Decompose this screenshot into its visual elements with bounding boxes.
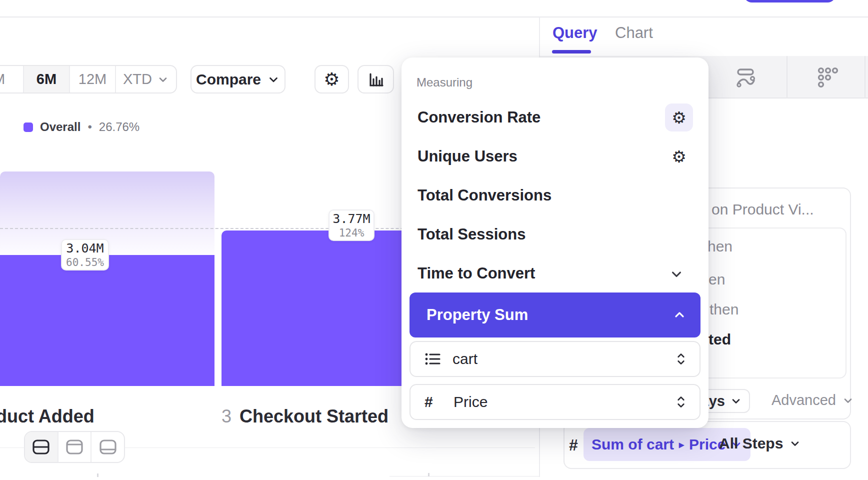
unique-users-settings-button[interactable]: ⚙ xyxy=(665,142,693,170)
time-range-m-label: M xyxy=(0,71,5,88)
layout-header-top-icon xyxy=(66,439,84,455)
numeric-field-value: Price xyxy=(454,394,664,410)
menu-item-unique-users[interactable]: Unique Users xyxy=(402,139,708,174)
funnel-trends-button[interactable] xyxy=(734,66,758,90)
tab-chart[interactable]: Chart xyxy=(615,24,653,42)
gear-icon: ⚙ xyxy=(324,70,340,88)
layout-split-middle-icon xyxy=(32,439,50,455)
funnel-percent: 124% xyxy=(339,227,364,239)
bottom-divider xyxy=(390,476,539,476)
menu-item-label: Total Sessions xyxy=(418,226,526,244)
time-range-m[interactable]: M xyxy=(0,66,23,92)
step-row-fragment: then xyxy=(710,301,738,318)
breakdown-layout-segmented-control xyxy=(24,431,125,463)
compare-button[interactable]: Compare xyxy=(190,65,286,94)
axis-tick xyxy=(428,473,430,476)
gear-icon: ⚙ xyxy=(672,110,686,126)
advanced-label: Advanced xyxy=(772,392,836,408)
step-label-text: duct Added xyxy=(0,406,94,426)
chevron-down-icon xyxy=(730,395,742,407)
property-select-cart[interactable]: cart xyxy=(410,341,700,377)
funnel-value: 3.04M xyxy=(66,241,104,256)
strip-divider xyxy=(786,56,788,98)
chip-arrow-icon: ▸ xyxy=(679,438,684,450)
menu-item-property-sum-selected[interactable]: Property Sum xyxy=(410,292,700,338)
step-label-checkout-started: 3 Checkout Started xyxy=(222,406,388,427)
layout-header-top-button[interactable] xyxy=(58,432,91,462)
menu-item-label: Conversion Rate xyxy=(418,108,540,126)
step-row-fragment: en xyxy=(708,271,725,288)
gear-icon: ⚙ xyxy=(672,148,686,165)
chevron-down-icon xyxy=(157,74,169,86)
header-divider xyxy=(0,16,868,18)
layout-footer-bottom-icon xyxy=(99,439,117,455)
menu-item-time-to-convert[interactable]: Time to Convert xyxy=(402,256,708,291)
step-label-text: Checkout Started xyxy=(240,406,388,427)
chevron-up-icon xyxy=(672,308,686,322)
chevron-down-icon xyxy=(789,438,801,450)
all-steps-label: All Steps xyxy=(719,435,783,452)
funnel-value-card: 3.04M 60.55% xyxy=(61,239,109,270)
funnel-bar-product-added[interactable] xyxy=(0,255,214,386)
conversion-rate-settings-button[interactable]: ⚙ xyxy=(665,104,693,132)
funnel-value-card: 3.77M 124% xyxy=(328,210,374,241)
chevron-down-icon xyxy=(669,266,684,282)
time-range-12m[interactable]: 12M xyxy=(69,66,115,92)
selected-item-label: Property Sum xyxy=(426,306,672,324)
popover-title: Measuring xyxy=(416,76,472,90)
legend-separator: • xyxy=(88,120,92,134)
step-row-fragment-bold: ted xyxy=(708,331,731,348)
layout-footer-bottom-button[interactable] xyxy=(90,432,124,462)
measuring-popover: Measuring Conversion Rate ⚙ Unique Users… xyxy=(402,58,708,428)
axis-tick xyxy=(97,474,98,477)
menu-item-label: Time to Convert xyxy=(418,264,535,282)
menu-item-total-conversions[interactable]: Total Conversions xyxy=(402,178,708,213)
all-steps-dropdown[interactable]: All Steps xyxy=(719,435,801,452)
chart-type-button[interactable] xyxy=(358,65,394,94)
legend-conversion-value: 26.76% xyxy=(99,120,140,134)
sorter-icon xyxy=(674,394,688,410)
time-range-group: M 6M 12M XTD xyxy=(0,65,177,94)
funnel-percent: 60.55% xyxy=(66,256,104,268)
bar-chart-icon xyxy=(366,70,386,89)
list-icon xyxy=(424,352,442,366)
active-tab-indicator xyxy=(552,50,591,54)
legend-series-label: Overall xyxy=(40,120,80,134)
menu-item-label: Unique Users xyxy=(418,148,518,166)
property-select-price[interactable]: # Price xyxy=(410,384,700,420)
advanced-dropdown[interactable]: Advanced xyxy=(772,392,854,408)
strip-divider xyxy=(864,56,866,98)
menu-item-conversion-rate[interactable]: Conversion Rate xyxy=(402,100,708,135)
sorter-icon xyxy=(674,352,688,366)
compare-label: Compare xyxy=(196,71,261,88)
counting-header-fragment: on Product Vi... xyxy=(712,201,814,218)
hash-icon: # xyxy=(424,394,442,410)
step-row-fragment: hen xyxy=(708,238,732,255)
numeric-type-icon: # xyxy=(569,436,578,454)
funnel-value: 3.77M xyxy=(332,212,370,226)
menu-item-label: Total Conversions xyxy=(418,186,552,204)
metric-dots-button[interactable] xyxy=(816,66,840,90)
menu-item-total-sessions[interactable]: Total Sessions xyxy=(402,217,708,252)
app-screen: M 6M 12M XTD Compare ⚙ Overall • 26.76% xyxy=(0,0,868,480)
chip-prefix: Sum of cart xyxy=(592,436,674,453)
property-field-value: cart xyxy=(452,350,664,368)
chevron-down-icon xyxy=(842,394,854,406)
time-range-6m-label: 6M xyxy=(36,71,56,88)
primary-action-button[interactable] xyxy=(744,0,836,2)
chart-settings-button[interactable]: ⚙ xyxy=(314,65,349,94)
step-label-product-added: duct Added xyxy=(0,406,94,427)
time-range-xtd-label: XTD xyxy=(123,71,152,88)
step-index: 3 xyxy=(222,406,232,427)
legend[interactable]: Overall • 26.76% xyxy=(24,120,140,134)
layout-split-middle-button[interactable] xyxy=(25,432,58,462)
tab-query[interactable]: Query xyxy=(552,24,598,42)
legend-swatch xyxy=(24,122,33,132)
time-range-6m[interactable]: 6M xyxy=(23,66,69,92)
chevron-down-icon xyxy=(267,73,280,86)
time-range-xtd[interactable]: XTD xyxy=(115,66,176,92)
time-range-12m-label: 12M xyxy=(78,71,106,88)
